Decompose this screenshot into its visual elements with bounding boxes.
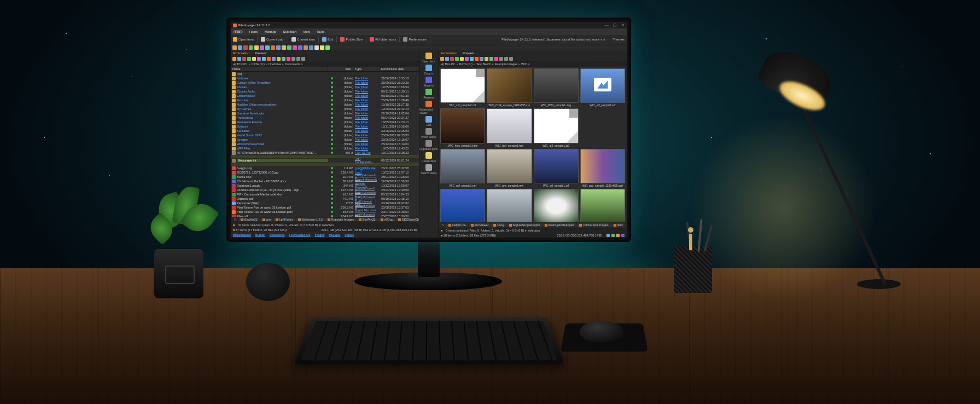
toolbar-icon[interactable] [260,45,264,50]
mini-tool-icon[interactable] [445,57,449,61]
bottom-tab[interactable]: fmxDuplicateFinder [542,223,576,227]
crumb[interactable]: This PC [237,62,248,66]
left-breadcrumb[interactable]: ◀This PC ▸ DATA (D:) ▸ OneDrive ▸ Docume… [231,61,419,67]
toolbar-icon[interactable] [325,45,330,50]
thumbnail[interactable]: WIC_CUR_sample_1280×855.cur [487,68,532,107]
crumb[interactable]: OneDrive [269,62,281,66]
left-list-header[interactable]: Name Size Type Modification date [231,67,419,72]
mid-embedded-viewer[interactable]: Embedded viewer [419,101,438,114]
file-row[interactable]: Plan Toiture Rue de wand 33 Laeken.pptx3… [231,210,419,214]
crumb[interactable]: This PC [445,62,456,66]
file-row[interactable]: OneNote Notebooks(folder)File folder22/1… [231,111,419,116]
tray-icon[interactable] [606,234,610,237]
thumbnail[interactable]: WIC_pcx_sample_1280×855.pcx [440,189,485,222]
menu-file[interactable]: File [233,30,243,33]
file-row[interactable]: [up] [231,72,419,76]
minimize-button[interactable]: — [605,23,609,27]
mid-invert-panes[interactable]: Invert panes [421,128,436,138]
col-date[interactable]: Modification date [380,67,419,71]
tab-exploration[interactable]: Exploration [233,51,249,55]
thumbnail[interactable]: WIC_orf_sample1.orf [534,149,579,187]
file-row[interactable]: Residence Etienne(folder)File folder18/0… [231,120,419,124]
ribbon-edit[interactable]: Edit [322,37,333,42]
shortcut-link[interactable]: Images [314,233,324,236]
mini-tool-icon[interactable] [494,57,498,61]
thumbnail[interactable]: WIC_hxif_sample1.hxif [487,108,532,147]
maximize-button[interactable]: ▢ [613,23,617,27]
ribbon-all-folder-sizes[interactable]: All folder sizes [370,37,396,42]
toolbar-icon[interactable] [304,45,308,50]
tray-icon[interactable] [621,234,625,237]
thumbnail[interactable]: WIC_nrw_sample1.nrw [487,149,532,187]
file-row[interactable]: FIF - Commande Mediamarkt.xlsx18.3 KB[.x… [231,192,419,197]
bottom-tab[interactable]: win [260,218,273,221]
file-row[interactable]: Soukaina(folder)File folder22/06/2024 16… [231,129,419,133]
close-tab-button[interactable]: ✕ [440,223,446,227]
mini-tool-icon[interactable] [489,57,493,61]
crumb[interactable]: Exemple Images [495,62,517,66]
ribbon-current-item[interactable]: Current item [291,37,315,42]
file-row[interactable]: 497f27e4ae904e1c1bf15f654414da40419f347b… [231,151,419,155]
toolbar-icon[interactable] [276,45,281,50]
toolbar-icon[interactable] [293,45,297,50]
file-row[interactable]: WPA Files(folder)File folder18/05/2024 1… [231,146,419,151]
file-row[interactable]: Visual Studio 2022(folder)File folder28/… [231,133,419,137]
thumbnail[interactable]: WIC_cr2_sample2.cr2 [440,68,485,107]
file-row[interactable]: Professional(folder)File folder05/04/202… [231,116,419,120]
mini-tool-icon[interactable] [277,57,281,61]
mini-tool-icon[interactable] [485,57,488,61]
shortcut-link[interactable]: FileVoyager Src [289,233,311,236]
file-row[interactable]: 3-eggs.png1.3 MB[.png] PNG File26/11/201… [231,166,419,170]
toolbar-icon[interactable] [309,45,313,50]
tray-icon[interactable] [616,234,620,237]
mini-tool-icon[interactable] [480,57,483,61]
crumb[interactable]: Test Bench [476,62,491,66]
toolbar-icon[interactable] [249,45,253,50]
toolbar-icon[interactable] [232,45,237,50]
toolbar-icon[interactable] [282,45,286,50]
crumb[interactable]: WIC [521,62,527,66]
bottom-tab[interactable]: fmxViewer [469,223,491,227]
bottom-tab[interactable]: WIC [611,223,626,227]
mini-tool-icon[interactable] [475,57,479,61]
tray-icon[interactable] [611,234,615,237]
thumbnail-grid[interactable]: WIC_cr2_sample2.cr2WIC_CUR_sample_1280×8… [439,67,627,222]
toolbar-icon[interactable] [314,45,319,50]
mini-tool-icon[interactable] [450,57,454,61]
bottom-tab[interactable]: Delphi CE [446,223,468,227]
thumbnail[interactable]: WIC_DNG_sample1.dng [534,68,579,107]
bottom-tab[interactable]: Official test images [577,223,610,227]
file-row[interactable]: Ebooks Audio(folder)File folder09/11/202… [231,89,419,94]
bottom-tab[interactable]: LeftFolder [273,218,295,221]
file-row[interactable]: Personnel (Web)177 B[.url] Internet Sho…… [231,201,419,205]
shortcut-link[interactable]: Vidéos [345,233,354,236]
bottom-tab[interactable]: AllDup [378,218,395,221]
right-breadcrumb[interactable]: ◀This PC ▸ DATA (D:) ▸ Test Bench ▸ Exem… [439,61,627,67]
menu-selection[interactable]: Selection [283,30,296,33]
file-row[interactable]: Plan Toiture Rue de wand 33 Laeken.pdf20… [231,205,419,210]
mini-tool-icon[interactable] [262,57,266,61]
mini-tool-icon[interactable] [242,57,246,61]
thumbnail[interactable]: WIC_erf_sample1.erf [580,68,625,107]
close-tab-button[interactable]: ✕ [232,218,238,221]
mid-duplicate-pane[interactable]: Duplicate pane [419,140,438,151]
left-file-list[interactable]: [up]Archives(folder)File folder22/06/202… [231,72,419,217]
mini-tool-icon[interactable] [460,57,464,61]
mini-tool-icon[interactable] [257,57,261,61]
menu-tools[interactable]: Tools [317,30,324,33]
file-row[interactable]: Voyages(folder)File folder23/06/2024 17:… [231,137,419,142]
themes-button[interactable]: Themes [612,38,625,41]
mini-tool-icon[interactable] [252,57,256,61]
tab-exploration[interactable]: Exploration [441,51,457,55]
mini-tool-icon[interactable] [272,57,276,61]
file-row[interactable]: Modèles Office personnalisés(folder)File… [231,102,419,107]
mid-rename[interactable]: Rename [424,89,434,99]
thumbnail[interactable]: WIC_jp2_sample1.jp2 [534,108,579,147]
ribbon-open-item[interactable]: Open item [233,37,254,42]
mini-tool-icon[interactable] [291,57,295,61]
file-row[interactable]: Softame(folder)File folder16/11/2024 19:… [231,124,419,129]
mini-tool-icon[interactable] [465,57,469,61]
bottom-tab[interactable]: Sqliteman-1.2.2 [296,218,325,221]
file-row[interactable]: 20220723_155712000_iOS.jpg228.4 KB[.jpg]… [231,170,419,175]
thumbnail[interactable]: WIC_RW2_sample1.rw2 [580,189,625,222]
